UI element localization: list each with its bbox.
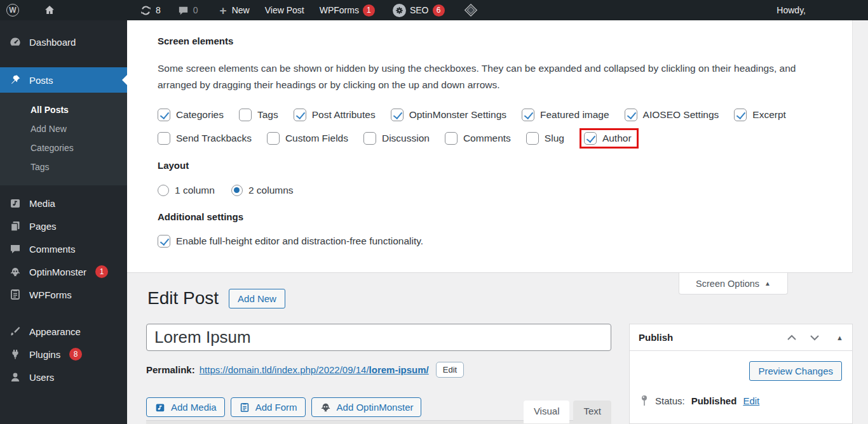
updates-button[interactable]: 8	[133, 0, 167, 20]
move-up-icon[interactable]	[787, 335, 797, 341]
layout-options: 1 column 2 columns	[158, 185, 829, 196]
add-new-button[interactable]: Add New	[229, 289, 285, 308]
sidebar-item-comments[interactable]: Comments	[0, 237, 127, 260]
sidebar-item-plugins[interactable]: Plugins 8	[0, 343, 127, 366]
sidebar-item-wpforms[interactable]: WPForms	[0, 283, 127, 306]
add-media-button[interactable]: Add Media	[146, 397, 225, 417]
add-optinmonster-button[interactable]: Add OptinMonster	[311, 397, 422, 417]
checkbox-aioseo-settings[interactable]: AIOSEO Settings	[625, 109, 719, 121]
radio-unselected-icon	[158, 185, 169, 196]
comments-button[interactable]: 0	[171, 0, 205, 20]
wordpress-menu-button[interactable]: W	[0, 0, 25, 20]
checkbox-excerpt[interactable]: Excerpt	[734, 109, 786, 121]
add-form-button[interactable]: Add Form	[231, 397, 306, 417]
screen-elements-row-2: Send Trackbacks Custom Fields Discussion…	[158, 132, 829, 145]
user-icon	[9, 371, 22, 383]
checkbox-unchecked-icon	[526, 132, 539, 145]
admin-bar: W 8 0 + New View Post WP	[0, 0, 868, 20]
screen-elements-row-1: Categories Tags Post Attributes OptinMon…	[158, 109, 829, 121]
seo-score-button[interactable]	[458, 0, 484, 20]
screen-elements-heading: Screen elements	[158, 20, 829, 46]
add-media-icon	[154, 402, 166, 413]
checkbox-comments[interactable]: Comments	[445, 132, 511, 145]
panel-toggle-icon[interactable]: ▲	[836, 334, 843, 341]
checkbox-checked-icon	[158, 235, 170, 248]
seo-gear-icon	[393, 4, 406, 17]
seo-score-diamond-icon	[464, 3, 478, 17]
checkbox-checked-icon	[522, 109, 534, 121]
checkbox-slug[interactable]: Slug	[526, 132, 564, 145]
checkbox-categories[interactable]: Categories	[158, 109, 224, 121]
screen-options-panel: Screen elements Some screen elements can…	[127, 20, 853, 273]
checkbox-checked-icon	[734, 109, 747, 121]
checkbox-author[interactable]: Author	[584, 132, 632, 145]
site-home-button[interactable]	[37, 0, 62, 20]
sidebar-item-appearance[interactable]: Appearance	[0, 320, 127, 343]
move-down-icon[interactable]	[810, 335, 820, 341]
page-title: Edit Post	[147, 288, 219, 308]
screen-options-toggle-tab[interactable]: Screen Options ▲	[679, 273, 788, 295]
status-pin-icon	[640, 395, 649, 406]
checkbox-discussion[interactable]: Discussion	[363, 132, 430, 145]
howdy-account-button[interactable]: Howdy,	[770, 0, 868, 20]
checkbox-checked-icon	[294, 109, 306, 121]
editor-mode-tabs: Visual Text	[524, 401, 611, 423]
home-icon	[43, 4, 56, 17]
wpforms-adminbar-button[interactable]: WPForms 1	[313, 0, 381, 20]
checkbox-unchecked-icon	[239, 109, 252, 121]
publish-heading: Publish	[639, 332, 673, 343]
admin-sidebar-menu: Dashboard Posts All Posts Add New Catego…	[0, 20, 127, 424]
add-optinmonster-icon	[320, 401, 332, 413]
submenu-add-new[interactable]: Add New	[0, 119, 127, 138]
menu-separator	[0, 306, 127, 320]
checkbox-post-attributes[interactable]: Post Attributes	[294, 109, 376, 121]
checkbox-unchecked-icon	[445, 132, 458, 145]
radio-1-column[interactable]: 1 column	[158, 185, 215, 196]
media-buttons-row: Add Media Add Form	[146, 397, 421, 417]
permalink-url-link[interactable]: https://domain.tld/index.php/2022/09/14/…	[200, 364, 429, 375]
status-edit-link[interactable]: Edit	[743, 395, 759, 406]
publish-panel-header[interactable]: Publish ▲	[630, 324, 852, 351]
sidebar-item-media[interactable]: Media	[0, 192, 127, 215]
comment-bubble-icon	[177, 4, 189, 17]
post-title-input[interactable]	[146, 324, 611, 351]
sidebar-item-optinmonster[interactable]: OptinMonster 1	[0, 260, 127, 283]
pages-icon	[9, 220, 22, 232]
seo-adminbar-button[interactable]: SEO 6	[386, 0, 451, 20]
sidebar-item-posts[interactable]: Posts	[0, 67, 127, 93]
clipboard-form-icon	[9, 288, 22, 301]
sidebar-item-pages[interactable]: Pages	[0, 215, 127, 237]
optinmonster-icon	[9, 265, 22, 278]
permalink-edit-button[interactable]: Edit	[436, 362, 464, 378]
checkbox-tags[interactable]: Tags	[239, 109, 278, 121]
media-icon	[9, 197, 22, 209]
checkbox-featured-image[interactable]: Featured image	[522, 109, 609, 121]
additional-settings-heading: Additional settings	[158, 211, 829, 222]
comments-count: 0	[193, 5, 198, 15]
checkbox-fullheight-editor[interactable]: Enable full-height editor and distractio…	[158, 235, 423, 248]
collapse-arrow-icon: ▲	[764, 280, 771, 287]
tab-text[interactable]: Text	[573, 401, 611, 423]
plus-icon: +	[220, 4, 227, 17]
checkbox-custom-fields[interactable]: Custom Fields	[267, 132, 348, 145]
preview-changes-button[interactable]: Preview Changes	[749, 361, 842, 381]
view-post-button[interactable]: View Post	[259, 0, 311, 20]
checkbox-checked-icon	[158, 109, 170, 121]
posts-submenu: All Posts Add New Categories Tags	[0, 93, 127, 185]
seo-notification-badge: 6	[433, 4, 445, 17]
tab-visual[interactable]: Visual	[524, 401, 570, 423]
radio-2-columns[interactable]: 2 columns	[231, 185, 294, 196]
new-content-button[interactable]: + New	[214, 0, 256, 20]
sidebar-item-dashboard[interactable]: Dashboard	[0, 30, 127, 53]
sidebar-item-users[interactable]: Users	[0, 366, 127, 388]
gauge-icon	[9, 36, 22, 48]
submenu-categories[interactable]: Categories	[0, 138, 127, 157]
status-value: Published	[691, 395, 737, 406]
plug-icon	[9, 348, 22, 361]
submenu-all-posts[interactable]: All Posts	[0, 100, 127, 119]
submenu-tags[interactable]: Tags	[0, 157, 127, 176]
radio-selected-icon	[231, 185, 243, 196]
publish-panel-body: Preview Changes Status: Published Edit	[630, 351, 852, 406]
checkbox-send-trackbacks[interactable]: Send Trackbacks	[158, 132, 252, 145]
checkbox-optinmonster-settings[interactable]: OptinMonster Settings	[391, 109, 506, 121]
